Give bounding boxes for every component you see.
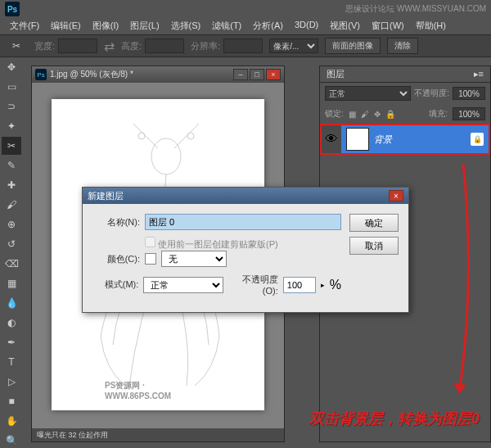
color-swatch [145,253,156,265]
app-titlebar: Ps 思缘设计论坛 WWW.MISSYUAN.COM [0,0,491,18]
svg-point-0 [151,138,181,174]
layer-background[interactable]: 👁 背景 🔒 [320,124,490,155]
marquee-tool[interactable]: ▭ [2,78,21,96]
width-input[interactable] [58,38,97,53]
menu-3d[interactable]: 3D(D) [290,18,323,34]
menu-analysis[interactable]: 分析(A) [248,18,288,34]
hand-tool[interactable]: ✋ [2,412,21,430]
menu-layer[interactable]: 图层(L) [125,18,164,34]
name-input[interactable] [145,214,341,230]
opacity-arrow-icon[interactable]: ▸ [321,281,325,289]
height-label: 高度: [121,40,142,52]
forum-link: 思缘设计论坛 WWW.MISSYUAN.COM [345,3,486,15]
type-tool[interactable]: T [2,353,21,371]
ps-logo: Ps [5,2,20,16]
svg-point-1 [138,133,145,139]
color-label: 颜色(C): [92,253,140,265]
name-label: 名称(N): [92,216,140,229]
doc-ps-icon: Ps [35,69,47,80]
crop-tool-preset[interactable]: ✂ [7,37,26,55]
doc-titlebar[interactable]: Ps 1.jpg @ 50% (灰色/8) * – □ × [32,66,284,83]
menu-edit[interactable]: 编辑(E) [46,18,86,34]
history-brush-tool[interactable]: ↺ [2,235,21,253]
menu-image[interactable]: 图像(I) [88,18,124,34]
menu-help[interactable]: 帮助(H) [411,18,451,34]
menu-select[interactable]: 选择(S) [166,18,206,34]
crop-tool[interactable]: ✂ [2,137,21,155]
menu-file[interactable]: 文件(F) [5,18,44,34]
eraser-tool[interactable]: ⌫ [2,255,21,273]
res-input[interactable] [223,38,263,53]
front-image-btn[interactable]: 前面的图像 [325,38,381,54]
swap-icon[interactable]: ⇄ [104,38,115,54]
lock-trans-icon[interactable]: ▦ [349,110,356,119]
pixel-unit[interactable]: 像素/... [269,38,318,53]
toolbox: ✥ ▭ ⊃ ✦ ✂ ✎ ✚ 🖌 ⊕ ↺ ⌫ ▦ 💧 ◐ ✒ T ▷ ■ ✋ 🔍 [0,57,23,448]
doc-title: 1.jpg @ 50% (灰色/8) * [50,69,233,80]
lock-paint-icon[interactable]: 🖌 [361,110,369,119]
visibility-icon[interactable]: 👁 [322,125,341,153]
blur-tool[interactable]: 💧 [2,294,21,312]
doc-close[interactable]: × [266,69,281,80]
clip-label: 使用前一图层创建剪贴蒙版(P) [158,239,278,249]
fill-label: 填充: [429,108,448,120]
width-label: 宽度: [34,40,55,52]
dialog-title: 新建图层 [88,190,389,202]
pen-tool[interactable]: ✒ [2,333,21,351]
percent-label: % [330,278,341,292]
mode-select[interactable]: 正常 [143,277,223,293]
panel-menu-icon[interactable]: ▸≡ [474,69,484,79]
shape-tool[interactable]: ■ [2,392,21,410]
brush-tool[interactable]: 🖌 [2,196,21,214]
layer-name[interactable]: 背景 [374,133,471,146]
fill-input[interactable] [453,107,485,120]
clip-checkbox [145,237,155,247]
gradient-tool[interactable]: ▦ [2,274,21,292]
dialog-titlebar[interactable]: 新建图层 × [83,188,408,204]
menu-view[interactable]: 视图(V) [325,18,365,34]
eyedropper-tool[interactable]: ✎ [2,156,21,174]
height-input[interactable] [145,38,184,53]
mode-label: 模式(M): [92,278,138,291]
move-tool[interactable]: ✥ [2,58,21,76]
lasso-tool[interactable]: ⊃ [2,97,21,115]
zoom-tool[interactable]: 🔍 [2,432,21,448]
lock-all-icon[interactable]: 🔒 [385,110,395,119]
layers-tab[interactable]: 图层 ▸≡ [320,66,490,83]
blend-mode[interactable]: 正常 [325,86,411,101]
doc-maximize[interactable]: □ [250,69,264,80]
dialog-close[interactable]: × [389,190,403,201]
menu-window[interactable]: 窗口(W) [367,18,409,34]
opacity-label-dlg: 不透明度(O): [228,274,278,296]
clear-btn[interactable]: 清除 [387,38,418,54]
res-label: 分辨率: [191,40,220,52]
new-layer-dialog: 新建图层 × 名称(N): 使用前一图层创建剪贴蒙版(P) 颜色(C): 无 模… [82,187,409,313]
options-bar: ✂ 宽度: ⇄ 高度: 分辨率: 像素/... 前面的图像 清除 [0,34,491,57]
opacity-input[interactable] [453,87,485,100]
opacity-label: 不透明度: [414,88,449,99]
annotation-text: 双击背景层，转换为图层0 [309,409,480,428]
layer-thumbnail[interactable] [346,128,369,151]
cancel-button[interactable]: 取消 [349,237,399,255]
watermark: PS资源网 · WWW.86PS.COM [105,380,211,400]
ok-button[interactable]: 确定 [349,214,399,232]
color-select[interactable]: 无 [161,251,227,267]
path-tool[interactable]: ▷ [2,373,21,391]
menu-filter[interactable]: 滤镜(T) [207,18,246,34]
lock-label: 锁定: [325,108,344,120]
layer-list: 👁 背景 🔒 [320,124,490,155]
stamp-tool[interactable]: ⊕ [2,215,21,233]
wand-tool[interactable]: ✦ [2,117,21,135]
dodge-tool[interactable]: ◐ [2,314,21,332]
opacity-input-dlg[interactable] [283,277,316,293]
lock-icon: 🔒 [471,133,484,146]
lock-move-icon[interactable]: ✥ [374,110,381,119]
svg-point-2 [187,133,194,139]
menubar: 文件(F) 编辑(E) 图像(I) 图层(L) 选择(S) 滤镜(T) 分析(A… [0,18,491,34]
doc-minimize[interactable]: – [233,69,248,80]
healing-tool[interactable]: ✚ [2,176,21,194]
doc-status: 曝光只在 32 位起作用 [32,428,284,441]
